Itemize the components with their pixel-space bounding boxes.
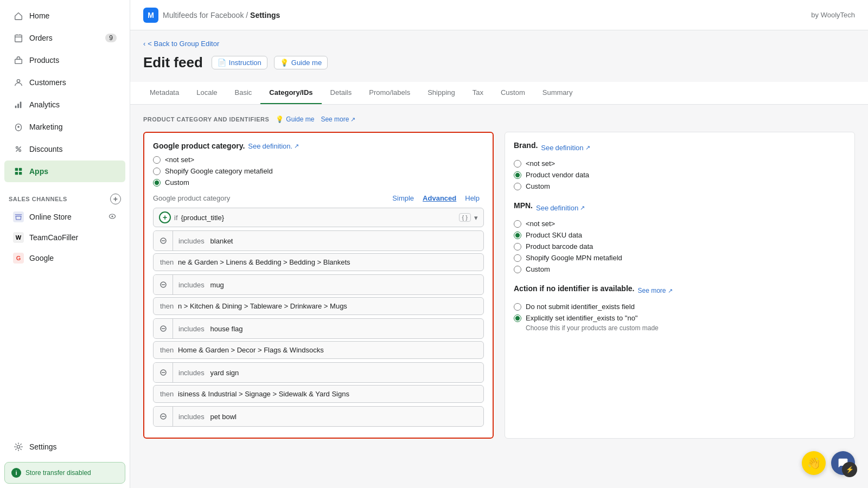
tab-details[interactable]: Details	[322, 82, 361, 104]
action-no-identifier-title: Action if no identifier is available.	[514, 284, 635, 293]
rule-remove-4[interactable]	[154, 407, 173, 426]
rule-condition-text-2: includes house flag	[173, 320, 483, 337]
wave-button[interactable]: 👋	[802, 451, 826, 475]
svg-rect-12	[19, 172, 22, 175]
add-channel-button[interactable]: +	[110, 194, 121, 204]
right-panel: Brand. See definition ↗ <not set>	[505, 132, 855, 439]
sidebar-item-customers-label: Customers	[29, 78, 66, 87]
google-category-radio-not-set[interactable]: <not set>	[153, 156, 484, 164]
google-category-radio-shopify[interactable]: Shopify Google category metafield	[153, 167, 484, 175]
rule-tab-simple[interactable]: Simple	[388, 193, 418, 203]
tab-metadata[interactable]: Metadata	[141, 82, 188, 104]
sidebar-item-products[interactable]: Products	[4, 49, 125, 71]
tab-locale[interactable]: Locale	[188, 82, 226, 104]
action-see-more[interactable]: See more ↗	[638, 287, 673, 294]
topbar: M Multifeeds for Facebook / Settings by …	[130, 0, 868, 30]
online-store-icon	[13, 211, 24, 222]
back-link[interactable]: ‹ < Back to Group Editor	[143, 40, 219, 48]
teamcaofiller-label: TeamCaoFiller	[29, 233, 78, 242]
action-radio-explicit-no[interactable]: Explicitly set identifier_exists to "no"	[514, 314, 846, 322]
rule-remove-3[interactable]	[154, 363, 173, 382]
sidebar-item-orders[interactable]: Orders 9	[4, 27, 125, 49]
sidebar-channel-online-store[interactable]: Online Store	[4, 207, 125, 227]
brand-title: Brand.	[514, 141, 538, 150]
google-category-radio-group: <not set> Shopify Google category metafi…	[153, 156, 484, 187]
rule-condition-text-3: includes yard sign	[173, 364, 483, 381]
mpn-definition-link[interactable]: See definition ↗	[536, 204, 585, 212]
back-chevron-icon: ‹	[143, 40, 145, 48]
action-radio-do-not-submit[interactable]: Do not submit identifier_exists field	[514, 303, 846, 311]
mpn-radio-custom[interactable]: Custom	[514, 265, 846, 273]
sidebar-channel-teamcaofiller[interactable]: W TeamCaoFiller	[4, 228, 125, 247]
sidebar-channel-google[interactable]: G Google	[4, 248, 125, 268]
rule-tab-help[interactable]: Help	[461, 193, 484, 203]
brand-radio-vendor[interactable]: Product vendor data	[514, 171, 846, 179]
rule-if-input[interactable]: {product_title}	[181, 214, 456, 222]
google-category-definition-link[interactable]: See definition. ↗	[248, 142, 299, 150]
sidebar-item-settings[interactable]: Settings	[4, 436, 125, 458]
rule-add-button[interactable]: +	[159, 211, 171, 223]
svg-rect-10	[19, 168, 22, 171]
mpn-radio-google-mpn[interactable]: Shopify Google MPN metafield	[514, 254, 846, 262]
brand-radio-not-set[interactable]: <not set>	[514, 159, 846, 168]
sidebar-item-discounts[interactable]: Discounts	[4, 138, 125, 160]
rule-remove-0[interactable]	[154, 231, 173, 251]
sidebar-item-apps[interactable]: Apps	[4, 160, 125, 182]
tab-promolabels[interactable]: Promo/labels	[360, 82, 419, 104]
mpn-radio-sku[interactable]: Product SKU data	[514, 231, 846, 239]
section-see-more[interactable]: See more ↗	[321, 115, 355, 123]
rule-if-row: + if {product_title} { } ▾	[153, 208, 484, 227]
tab-tax[interactable]: Tax	[464, 82, 492, 104]
rule-remove-2[interactable]	[154, 319, 173, 338]
action-no-identifier-section: Action if no identifier is available. Se…	[514, 284, 846, 332]
rule-tab-advanced[interactable]: Advanced	[418, 193, 461, 203]
mpn-title: MPN.	[514, 201, 533, 210]
section-guide-me[interactable]: 💡 Guide me	[276, 115, 314, 123]
rule-then-1: then n > Kitchen & Dining > Tableware > …	[153, 297, 484, 315]
mpn-section: MPN. See definition ↗ <not set>	[514, 201, 846, 273]
tab-basic[interactable]: Basic	[226, 82, 261, 104]
sidebar-item-orders-label: Orders	[29, 34, 53, 42]
guide-me-link-header[interactable]: 💡 Guide me	[274, 56, 328, 69]
tab-custom[interactable]: Custom	[492, 82, 534, 104]
rule-condition-text-4: includes pet bowl	[173, 408, 483, 425]
tab-summary[interactable]: Summary	[534, 82, 582, 104]
tabs-bar: Metadata Locale Basic Category/IDs Detai…	[130, 82, 868, 105]
rule-row-0: includes blanket	[153, 230, 484, 251]
tab-categoryids[interactable]: Category/IDs	[260, 82, 321, 104]
sidebar-item-home[interactable]: Home	[4, 5, 125, 27]
brand-radio-custom[interactable]: Custom	[514, 182, 846, 190]
sales-channels-label: SALES CHANNELS +	[0, 187, 130, 207]
sidebar-item-apps-label: Apps	[29, 167, 48, 176]
sidebar-item-marketing-label: Marketing	[29, 123, 62, 131]
rule-row-3: includes yard sign	[153, 362, 484, 383]
tab-shipping[interactable]: Shipping	[419, 82, 464, 104]
mpn-radio-barcode[interactable]: Product barcode data	[514, 242, 846, 251]
online-store-eye-icon	[108, 212, 117, 222]
svg-rect-0	[15, 35, 22, 42]
action-note: Choose this if your products are custom …	[514, 324, 846, 332]
lightning-button[interactable]: ⚡	[842, 462, 857, 477]
svg-point-7	[16, 147, 18, 149]
customers-icon	[13, 77, 24, 88]
marketing-icon	[13, 121, 24, 132]
sidebar-item-discounts-label: Discounts	[29, 145, 62, 153]
google-category-radio-custom[interactable]: Custom	[153, 178, 484, 187]
rule-dropdown-icon[interactable]: ▾	[474, 214, 478, 222]
rule-condition-text-1: includes mug	[173, 277, 483, 293]
rule-remove-1[interactable]	[154, 275, 173, 294]
mpn-radio-not-set[interactable]: <not set>	[514, 220, 846, 228]
sidebar-item-customers[interactable]: Customers	[4, 72, 125, 93]
action-radio-group: Do not submit identifier_exists field Ex…	[514, 303, 846, 322]
google-label: Google	[29, 254, 54, 262]
svg-rect-1	[15, 59, 22, 63]
sidebar-item-analytics[interactable]: Analytics	[4, 94, 125, 115]
sidebar-item-marketing[interactable]: Marketing	[4, 116, 125, 138]
topbar-title: Multifeeds for Facebook / Settings	[163, 11, 280, 20]
rule-row-1: includes mug	[153, 274, 484, 295]
online-store-label: Online Store	[29, 213, 72, 221]
rule-code-button[interactable]: { }	[459, 213, 471, 222]
lightbulb-small-icon: 💡	[276, 115, 284, 123]
instruction-link[interactable]: 📄 Instruction	[212, 56, 267, 69]
brand-definition-link[interactable]: See definition ↗	[541, 144, 590, 152]
